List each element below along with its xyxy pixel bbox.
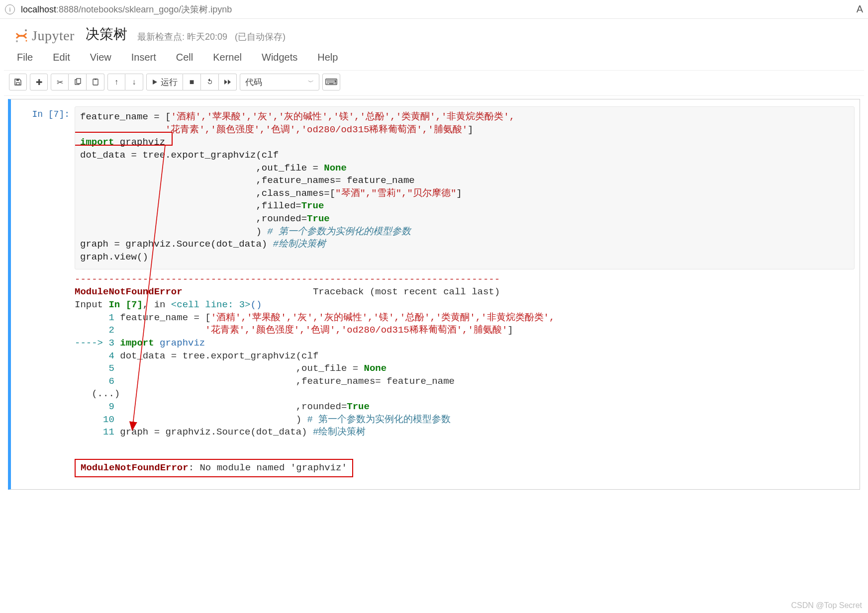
svg-point-2 xyxy=(26,40,27,42)
chevron-down-icon: ﹀ xyxy=(308,78,314,87)
svg-marker-11 xyxy=(228,80,231,85)
browser-address-bar: i localhost:8888/notebooks/sklearn_gogo/… xyxy=(0,0,868,19)
jupyter-logo[interactable]: Jupyter xyxy=(14,28,75,44)
notebook-title[interactable]: 决策树 xyxy=(86,25,127,44)
jupyter-logo-icon xyxy=(14,28,29,43)
browser-right-char: A xyxy=(857,3,863,15)
restart-button[interactable] xyxy=(201,74,219,90)
save-button[interactable] xyxy=(9,74,27,90)
command-palette-button[interactable]: ⌨ xyxy=(322,74,340,90)
menu-file[interactable]: File xyxy=(17,52,33,63)
svg-rect-8 xyxy=(95,79,96,80)
menu-help[interactable]: Help xyxy=(317,52,338,63)
svg-rect-4 xyxy=(16,80,19,81)
toolbar: ✚ ✂ ↑ ↓ 运行 ■ xyxy=(4,71,864,96)
menu-cell[interactable]: Cell xyxy=(176,52,193,63)
checkpoint-label: 最新检查点: 昨天20:09 (已自动保存) xyxy=(137,31,286,43)
cell-output: ----------------------------------------… xyxy=(75,273,855,478)
paste-button[interactable] xyxy=(87,74,104,90)
input-prompt: In [7]: xyxy=(16,106,75,269)
menu-kernel[interactable]: Kernel xyxy=(213,52,242,63)
svg-marker-10 xyxy=(224,80,227,85)
notebook-cell-container: In [7]: feature_name = ['酒精','苹果酸','灰','… xyxy=(8,99,860,490)
svg-rect-7 xyxy=(93,79,98,85)
url-text[interactable]: localhost:8888/notebooks/sklearn_gogo/决策… xyxy=(21,3,232,15)
interrupt-button[interactable]: ■ xyxy=(183,74,201,90)
svg-marker-9 xyxy=(153,80,157,85)
highlight-error-box: ModuleNotFoundError: No module named 'gr… xyxy=(75,459,353,478)
svg-point-0 xyxy=(25,29,27,31)
menu-widgets[interactable]: Widgets xyxy=(262,52,297,63)
move-up-button[interactable]: ↑ xyxy=(107,74,125,90)
cut-button[interactable]: ✂ xyxy=(51,74,69,90)
site-info-icon[interactable]: i xyxy=(5,4,15,14)
svg-rect-3 xyxy=(16,83,19,85)
svg-point-1 xyxy=(16,40,18,42)
add-cell-button[interactable]: ✚ xyxy=(30,74,48,90)
copy-button[interactable] xyxy=(69,74,87,90)
error-name: ModuleNotFoundError xyxy=(75,286,183,297)
move-down-button[interactable]: ↓ xyxy=(125,74,143,90)
code-input-area[interactable]: feature_name = ['酒精','苹果酸','灰','灰的碱性','镁… xyxy=(75,106,855,269)
restart-run-all-button[interactable] xyxy=(219,74,237,90)
menu-edit[interactable]: Edit xyxy=(53,52,70,63)
svg-rect-6 xyxy=(77,79,81,84)
notebook-header: Jupyter 决策树 最新检查点: 昨天20:09 (已自动保存) xyxy=(4,19,864,47)
menu-view[interactable]: View xyxy=(90,52,111,63)
menu-bar: File Edit View Insert Cell Kernel Widget… xyxy=(4,47,864,71)
menu-insert[interactable]: Insert xyxy=(131,52,156,63)
run-button[interactable]: 运行 xyxy=(146,74,183,90)
jupyter-logo-text: Jupyter xyxy=(32,28,75,44)
celltype-select[interactable]: 代码 ﹀ xyxy=(240,74,319,90)
